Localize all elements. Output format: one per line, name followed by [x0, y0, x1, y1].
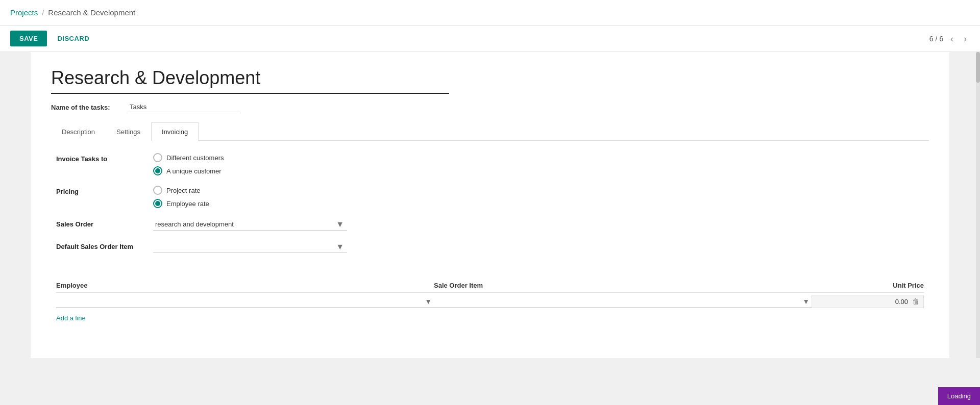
breadcrumb-parent[interactable]: Projects: [10, 8, 38, 17]
pager-next-button[interactable]: ›: [961, 33, 970, 44]
tab-description[interactable]: Description: [51, 122, 106, 141]
add-line-button[interactable]: Add a line: [56, 314, 86, 322]
unit-price-cell: 0.00 🗑: [812, 295, 924, 308]
employee-table-header: Employee Sale Order Item Unit Price: [56, 279, 924, 293]
unit-price-col-header: Unit Price: [812, 282, 924, 289]
pager-text: 6 / 6: [929, 35, 943, 43]
name-of-tasks-label: Name of the tasks:: [51, 104, 128, 111]
pricing-group: Pricing Project rate Employee rate: [56, 186, 924, 208]
breadcrumb-bar: Projects / Research & Development: [0, 0, 980, 26]
radio-different-customers-label: Different customers: [166, 154, 224, 162]
main-content: Research & Development Name of the tasks…: [0, 52, 980, 405]
radio-unique-customer[interactable]: A unique customer: [153, 166, 224, 175]
sale-order-item-col-header: Sale Order Item: [434, 282, 812, 289]
discard-button[interactable]: DISCARD: [52, 31, 94, 46]
sale-order-item-cell: ▼: [434, 295, 812, 308]
invoice-tasks-to-label: Invoice Tasks to: [56, 153, 153, 163]
pager-prev-button[interactable]: ‹: [947, 33, 957, 44]
default-sales-order-group: Default Sales Order Item ▼: [56, 241, 924, 253]
breadcrumb: Projects / Research & Development: [10, 8, 135, 17]
name-of-tasks-row: Name of the tasks: Tasks: [51, 102, 929, 112]
form-title: Research & Development: [51, 67, 449, 94]
scrollbar-track: [976, 52, 980, 358]
radio-different-customers[interactable]: Different customers: [153, 153, 224, 162]
radio-unique-customer-outer: [153, 166, 162, 175]
breadcrumb-separator: /: [42, 8, 44, 17]
pricing-label: Pricing: [56, 186, 153, 195]
employee-input[interactable]: [56, 295, 434, 307]
table-row: ▼ ▼ 0.00 🗑: [56, 293, 924, 310]
radio-unique-customer-label: A unique customer: [166, 167, 222, 175]
invoicing-section: Invoice Tasks to Different customers A u…: [51, 153, 929, 322]
radio-project-rate-label: Project rate: [166, 187, 200, 194]
radio-different-customers-outer: [153, 153, 162, 162]
tab-invoicing[interactable]: Invoicing: [151, 122, 199, 141]
breadcrumb-current: Research & Development: [48, 8, 135, 17]
action-bar-left: SAVE DISCARD: [10, 31, 94, 46]
sales-order-select-wrapper: research and development ▼: [153, 218, 347, 231]
pager: 6 / 6 ‹ ›: [929, 33, 970, 44]
radio-employee-rate-inner: [155, 201, 160, 206]
default-sales-order-select-wrapper: ▼: [153, 241, 347, 253]
form-container: Research & Development Name of the tasks…: [31, 52, 949, 358]
sales-order-label: Sales Order: [56, 218, 153, 228]
radio-project-rate[interactable]: Project rate: [153, 186, 209, 195]
employee-col-header: Employee: [56, 282, 434, 289]
sales-order-select[interactable]: research and development: [153, 218, 347, 231]
default-sales-order-select[interactable]: [153, 241, 347, 253]
radio-employee-rate-outer: [153, 199, 162, 208]
sale-order-item-input[interactable]: [434, 295, 812, 307]
sales-order-group: Sales Order research and development ▼: [56, 218, 924, 231]
loading-badge: Loading: [938, 387, 980, 405]
invoice-tasks-to-group: Invoice Tasks to Different customers A u…: [56, 153, 924, 175]
tabs: Description Settings Invoicing: [51, 122, 929, 141]
employee-table: Employee Sale Order Item Unit Price ▼ ▼: [56, 279, 924, 322]
delete-row-icon[interactable]: 🗑: [912, 297, 919, 306]
default-sales-order-label: Default Sales Order Item: [56, 241, 153, 250]
employee-cell: ▼: [56, 295, 434, 308]
invoice-tasks-to-options: Different customers A unique customer: [153, 153, 224, 175]
name-of-tasks-value[interactable]: Tasks: [128, 102, 240, 112]
radio-unique-customer-inner: [155, 168, 160, 173]
scrollbar-thumb[interactable]: [976, 52, 980, 83]
save-button[interactable]: SAVE: [10, 31, 47, 46]
radio-employee-rate[interactable]: Employee rate: [153, 199, 209, 208]
radio-employee-rate-label: Employee rate: [166, 200, 209, 208]
radio-project-rate-outer: [153, 186, 162, 195]
action-bar: SAVE DISCARD 6 / 6 ‹ ›: [0, 26, 980, 52]
pricing-options: Project rate Employee rate: [153, 186, 209, 208]
unit-price-value: 0.00: [895, 298, 908, 306]
tab-settings[interactable]: Settings: [106, 122, 151, 141]
